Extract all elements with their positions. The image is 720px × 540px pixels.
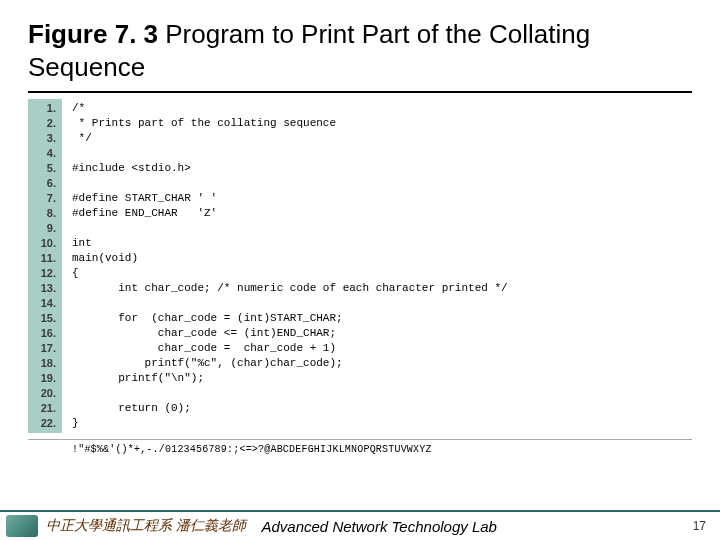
footer-affiliation-cn: 中正大學通訊工程系 潘仁義老師: [46, 517, 246, 535]
code-line: * Prints part of the collating sequence: [72, 116, 508, 131]
code-line: [72, 176, 508, 191]
slide-title: Figure 7. 3 Program to Print Part of the…: [28, 18, 692, 83]
line-number: 9.: [32, 221, 56, 236]
line-number-gutter: 1.2.3.4.5.6.7.8.9.10.11.12.13.14.15.16.1…: [28, 99, 62, 433]
footer-affiliation-en: Advanced Network Technology Lab: [262, 518, 497, 535]
code-line: int: [72, 236, 508, 251]
code-line: [72, 296, 508, 311]
slide-footer: 中正大學通訊工程系 潘仁義老師 Advanced Network Technol…: [0, 510, 720, 540]
figure-number: Figure 7. 3: [28, 19, 158, 49]
line-number: 12.: [32, 266, 56, 281]
line-number: 15.: [32, 311, 56, 326]
code-line: [72, 146, 508, 161]
code-line: char_code = char_code + 1): [72, 341, 508, 356]
code-line: for (char_code = (int)START_CHAR;: [72, 311, 508, 326]
code-line: [72, 386, 508, 401]
line-number: 6.: [32, 176, 56, 191]
code-lines: /* * Prints part of the collating sequen…: [62, 99, 508, 433]
code-line: /*: [72, 101, 508, 116]
code-line: #define START_CHAR ' ': [72, 191, 508, 206]
line-number: 14.: [32, 296, 56, 311]
line-number: 21.: [32, 401, 56, 416]
line-number: 3.: [32, 131, 56, 146]
code-line: #include <stdio.h>: [72, 161, 508, 176]
program-output: !"#$%&'()*+,-./0123456789:;<=>?@ABCDEFGH…: [28, 444, 692, 455]
code-line: {: [72, 266, 508, 281]
line-number: 11.: [32, 251, 56, 266]
page-number: 17: [693, 519, 706, 533]
code-line: main(void): [72, 251, 508, 266]
title-divider: [28, 91, 692, 93]
line-number: 2.: [32, 116, 56, 131]
code-line: */: [72, 131, 508, 146]
line-number: 13.: [32, 281, 56, 296]
code-line: printf("\n");: [72, 371, 508, 386]
slide: Figure 7. 3 Program to Print Part of the…: [0, 0, 720, 540]
code-line: [72, 221, 508, 236]
line-number: 5.: [32, 161, 56, 176]
line-number: 19.: [32, 371, 56, 386]
line-number: 22.: [32, 416, 56, 431]
code-line: int char_code; /* numeric code of each c…: [72, 281, 508, 296]
code-line: char_code <= (int)END_CHAR;: [72, 326, 508, 341]
line-number: 17.: [32, 341, 56, 356]
output-divider: [28, 439, 692, 440]
code-line: return (0);: [72, 401, 508, 416]
code-line: }: [72, 416, 508, 431]
line-number: 8.: [32, 206, 56, 221]
code-listing: 1.2.3.4.5.6.7.8.9.10.11.12.13.14.15.16.1…: [28, 99, 692, 433]
line-number: 18.: [32, 356, 56, 371]
line-number: 16.: [32, 326, 56, 341]
lab-logo-icon: [6, 515, 38, 537]
line-number: 20.: [32, 386, 56, 401]
line-number: 10.: [32, 236, 56, 251]
line-number: 7.: [32, 191, 56, 206]
line-number: 1.: [32, 101, 56, 116]
line-number: 4.: [32, 146, 56, 161]
code-line: printf("%c", (char)char_code);: [72, 356, 508, 371]
code-line: #define END_CHAR 'Z': [72, 206, 508, 221]
